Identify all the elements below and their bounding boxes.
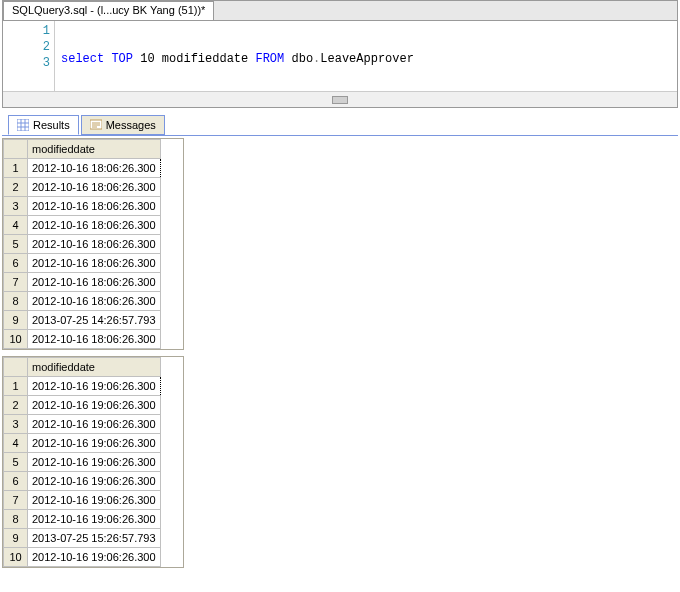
cell[interactable]: 2012-10-16 18:06:26.300 <box>28 254 161 273</box>
cell[interactable]: 2012-10-16 19:06:26.300 <box>28 491 161 510</box>
cell[interactable]: 2012-10-16 18:06:26.300 <box>28 273 161 292</box>
cell[interactable]: 2012-10-16 18:06:26.300 <box>28 159 161 178</box>
result-table[interactable]: modifieddate 12012-10-16 18:06:26.300 22… <box>3 139 161 349</box>
results-tab[interactable]: Results <box>8 115 79 135</box>
row-header[interactable]: 2 <box>4 178 28 197</box>
cell[interactable]: 2012-10-16 18:06:26.300 <box>28 216 161 235</box>
file-tab[interactable]: SQLQuery3.sql - (l...ucy BK Yang (51))* <box>3 1 214 20</box>
cell[interactable]: 2013-07-25 15:26:57.793 <box>28 529 161 548</box>
column-header[interactable]: modifieddate <box>28 140 161 159</box>
row-header[interactable]: 6 <box>4 472 28 491</box>
row-header[interactable]: 3 <box>4 415 28 434</box>
scrollbar-thumb[interactable] <box>332 96 348 104</box>
cell[interactable]: 2012-10-16 19:06:26.300 <box>28 510 161 529</box>
cell[interactable]: 2012-10-16 19:06:26.300 <box>28 415 161 434</box>
row-header[interactable]: 1 <box>4 377 28 396</box>
query-editor-panel: SQLQuery3.sql - (l...ucy BK Yang (51))* … <box>2 0 678 108</box>
cell[interactable]: 2012-10-16 19:06:26.300 <box>28 396 161 415</box>
row-header[interactable]: 8 <box>4 292 28 311</box>
cell[interactable]: 2012-10-16 19:06:26.300 <box>28 434 161 453</box>
svg-rect-0 <box>17 119 29 131</box>
row-header[interactable]: 9 <box>4 311 28 330</box>
code-area[interactable]: 1 2 3 select TOP 10 modifieddate FROM db… <box>3 21 677 91</box>
result-table[interactable]: modifieddate 12012-10-16 19:06:26.300 22… <box>3 357 161 567</box>
row-header[interactable]: 6 <box>4 254 28 273</box>
row-header[interactable]: 4 <box>4 434 28 453</box>
cell[interactable]: 2012-10-16 19:06:26.300 <box>28 472 161 491</box>
editor-tab-bar: SQLQuery3.sql - (l...ucy BK Yang (51))* <box>3 1 677 21</box>
line-number-gutter: 1 2 3 <box>3 21 55 91</box>
row-header[interactable]: 3 <box>4 197 28 216</box>
cell[interactable]: 2012-10-16 19:06:26.300 <box>28 453 161 472</box>
row-header[interactable]: 7 <box>4 491 28 510</box>
corner-cell[interactable] <box>4 140 28 159</box>
row-header[interactable]: 10 <box>4 330 28 349</box>
cell[interactable]: 2012-10-16 19:06:26.300 <box>28 377 161 396</box>
row-header[interactable]: 1 <box>4 159 28 178</box>
cell[interactable]: 2012-10-16 19:06:26.300 <box>28 548 161 567</box>
messages-tab[interactable]: Messages <box>81 115 165 135</box>
cell[interactable]: 2012-10-16 18:06:26.300 <box>28 197 161 216</box>
row-header[interactable]: 5 <box>4 235 28 254</box>
tab-label: Results <box>33 119 70 131</box>
line-number: 2 <box>3 39 50 55</box>
cell[interactable]: 2012-10-16 18:06:26.300 <box>28 292 161 311</box>
result-grid-1: modifieddate 12012-10-16 18:06:26.300 22… <box>2 138 184 350</box>
result-grid-2: modifieddate 12012-10-16 19:06:26.300 22… <box>2 356 184 568</box>
row-header[interactable]: 7 <box>4 273 28 292</box>
row-header[interactable]: 9 <box>4 529 28 548</box>
line-number: 1 <box>3 23 50 39</box>
line-number: 3 <box>3 55 50 71</box>
row-header[interactable]: 5 <box>4 453 28 472</box>
cell[interactable]: 2012-10-16 18:06:26.300 <box>28 330 161 349</box>
results-pane: Results Messages modifieddate 12012-10-1… <box>2 114 678 568</box>
grid-icon <box>17 119 29 131</box>
row-header[interactable]: 2 <box>4 396 28 415</box>
column-header[interactable]: modifieddate <box>28 358 161 377</box>
results-tab-strip: Results Messages <box>2 114 678 136</box>
cell[interactable]: 2012-10-16 18:06:26.300 <box>28 235 161 254</box>
tab-label: Messages <box>106 119 156 131</box>
cell[interactable]: 2012-10-16 18:06:26.300 <box>28 178 161 197</box>
corner-cell[interactable] <box>4 358 28 377</box>
messages-icon <box>90 119 102 131</box>
row-header[interactable]: 4 <box>4 216 28 235</box>
row-header[interactable]: 8 <box>4 510 28 529</box>
cell[interactable]: 2013-07-25 14:26:57.793 <box>28 311 161 330</box>
row-header[interactable]: 10 <box>4 548 28 567</box>
code-text[interactable]: select TOP 10 modifieddate FROM dbo.Leav… <box>55 21 677 91</box>
horizontal-scrollbar[interactable] <box>3 91 677 107</box>
